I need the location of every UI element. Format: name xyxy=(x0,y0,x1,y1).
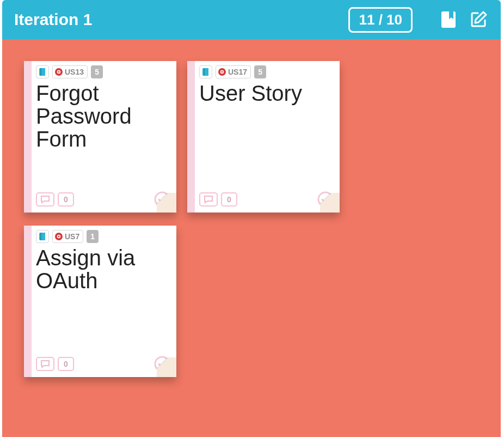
svg-rect-0 xyxy=(441,11,456,28)
comment-icon xyxy=(204,195,213,204)
comments-badge[interactable] xyxy=(36,192,54,207)
card-badges: US7 1 xyxy=(36,230,171,243)
svg-point-14 xyxy=(58,236,60,238)
tasks-count: 0 xyxy=(227,195,231,204)
story-id-badge[interactable]: US13 xyxy=(52,65,88,78)
story-points-badge: 1 xyxy=(87,230,99,243)
tasks-count-badge[interactable]: 0 xyxy=(58,192,74,207)
comments-badge[interactable] xyxy=(36,357,54,371)
story-type-icon xyxy=(218,68,226,76)
svg-point-4 xyxy=(58,71,60,73)
comment-icon xyxy=(40,195,50,204)
story-card[interactable]: US13 5 Forgot Password Form 0 xyxy=(24,61,176,213)
card-color-edge xyxy=(24,226,32,377)
card-body: US17 5 User Story 0 xyxy=(195,61,340,213)
bookmark-icon[interactable] xyxy=(439,10,458,29)
card-badges: US17 5 xyxy=(199,65,334,78)
card-dogear xyxy=(157,357,176,377)
story-title: Assign via OAuth xyxy=(36,246,171,292)
card-dogear xyxy=(157,193,176,213)
project-badge[interactable] xyxy=(199,65,212,78)
tasks-count-badge[interactable]: 0 xyxy=(58,357,74,371)
tasks-count: 0 xyxy=(64,195,68,204)
iteration-board: US13 5 Forgot Password Form 0 xyxy=(2,39,501,437)
edit-icon[interactable] xyxy=(469,10,489,29)
book-icon xyxy=(39,232,46,241)
card-footer: 0 xyxy=(36,191,171,208)
project-badge[interactable] xyxy=(36,65,49,78)
story-title: Forgot Password Form xyxy=(36,82,171,150)
card-body: US7 1 Assign via OAuth 0 xyxy=(32,226,176,377)
story-title: User Story xyxy=(199,82,334,105)
story-id: US13 xyxy=(65,68,84,76)
comment-icon xyxy=(40,360,50,368)
tasks-count: 0 xyxy=(64,360,68,368)
story-id-badge[interactable]: US7 xyxy=(52,230,83,243)
card-color-edge xyxy=(187,61,195,213)
story-type-icon xyxy=(54,68,63,76)
svg-rect-11 xyxy=(40,233,41,240)
card-dogear xyxy=(320,193,340,213)
book-icon xyxy=(39,68,46,76)
story-id: US17 xyxy=(228,68,247,76)
card-color-edge xyxy=(24,61,32,213)
story-card[interactable]: US7 1 Assign via OAuth 0 xyxy=(24,226,176,377)
iteration-points-badge: 11 / 10 xyxy=(348,7,413,33)
story-points-badge: 5 xyxy=(254,65,266,78)
svg-rect-1 xyxy=(40,68,41,76)
story-id-badge[interactable]: US17 xyxy=(216,65,251,78)
card-footer: 0 xyxy=(199,191,334,208)
card-footer: 0 xyxy=(36,355,171,373)
card-body: US13 5 Forgot Password Form 0 xyxy=(32,61,176,213)
svg-rect-6 xyxy=(204,68,205,76)
story-type-icon xyxy=(54,232,63,241)
story-points-badge: 5 xyxy=(91,65,103,78)
book-icon xyxy=(202,68,210,76)
iteration-title: Iteration 1 xyxy=(14,10,348,29)
iteration-panel: Iteration 1 11 / 10 xyxy=(2,0,501,437)
comments-badge[interactable] xyxy=(199,192,218,207)
iteration-header: Iteration 1 11 / 10 xyxy=(2,0,501,39)
card-badges: US13 5 xyxy=(36,65,171,78)
story-card[interactable]: US17 5 User Story 0 xyxy=(187,61,340,213)
project-badge[interactable] xyxy=(36,230,49,243)
svg-point-9 xyxy=(222,71,223,73)
story-id: US7 xyxy=(65,232,79,241)
tasks-count-badge[interactable]: 0 xyxy=(221,192,237,207)
